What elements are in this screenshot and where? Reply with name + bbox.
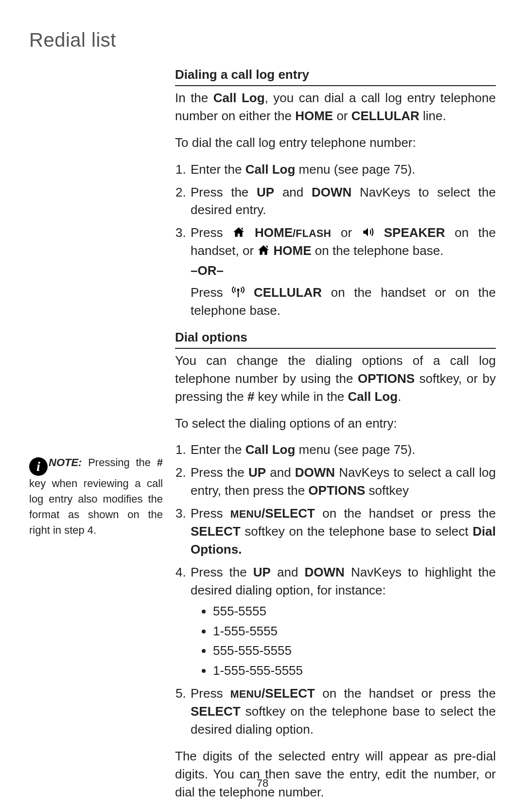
text: or: [331, 225, 362, 240]
bold-home: HOME: [270, 243, 311, 258]
bold-down: DOWN: [305, 565, 345, 579]
bold-up: UP: [253, 565, 271, 579]
section2-closing: The digits of the selected entry will ap…: [175, 747, 496, 801]
main-column: Dialing a call log entry In the Call Log…: [175, 66, 496, 810]
page-number: 78: [0, 777, 525, 790]
bold-up: UP: [248, 465, 266, 480]
note-hash: #: [157, 456, 163, 469]
bold-down: DOWN: [295, 465, 335, 480]
bold-cellular: CELLULAR: [351, 108, 420, 123]
bold-call-log: Call Log: [245, 162, 296, 177]
text: Press: [191, 686, 230, 701]
section2-step-4: Press the UP and DOWN NavKeys to highlig…: [190, 563, 496, 680]
note-text-1: Pressing the: [82, 456, 157, 469]
note-label: NOTE:: [49, 456, 82, 469]
text: Enter the: [191, 442, 245, 457]
section-heading-dialing: Dialing a call log entry: [175, 66, 496, 86]
bold-select: /SELECT: [262, 506, 315, 521]
smallcaps-menu: MENU: [230, 508, 262, 520]
section2-step-1: Enter the Call Log menu (see page 75).: [190, 441, 496, 459]
text: softkey on the telephone base to select: [241, 524, 473, 539]
info-icon: i: [29, 457, 48, 476]
dial-option: 555-555-5555: [213, 642, 496, 660]
home-icon: [257, 244, 270, 256]
or-separator: –OR–: [191, 262, 496, 280]
section2-steps: Enter the Call Log menu (see page 75). P…: [175, 441, 496, 739]
bold-home: HOME: [245, 225, 293, 240]
content-columns: iNOTE: Pressing the # key when reviewing…: [29, 66, 496, 810]
text: Press the: [191, 185, 257, 199]
bold-select: SELECT: [191, 524, 241, 539]
text: on the telephone base.: [312, 243, 444, 258]
text: Press: [191, 225, 232, 240]
section1-steps: Enter the Call Log menu (see page 75). P…: [175, 161, 496, 320]
bold-select: SELECT: [191, 704, 241, 719]
text: .: [398, 389, 401, 404]
section1-intro: In the Call Log, you can dial a call log…: [175, 89, 496, 125]
text: line.: [420, 108, 446, 123]
text: on the handset or press the: [315, 506, 496, 521]
text: Press the: [191, 465, 248, 480]
page: Redial list iNOTE: Pressing the # key wh…: [0, 0, 525, 812]
bold-hash: #: [247, 389, 254, 404]
bold-call-log: Call Log: [213, 90, 265, 105]
svg-point-0: [237, 289, 240, 291]
section1-lead: To dial the call log entry telephone num…: [175, 134, 496, 152]
section2-step-5: Press MENU/SELECT on the handset or pres…: [190, 685, 496, 739]
text: menu (see page 75).: [295, 442, 415, 457]
text: softkey: [365, 483, 409, 498]
section2-lead: To select the dialing options of an entr…: [175, 415, 496, 433]
section1-step-1: Enter the Call Log menu (see page 75).: [190, 161, 496, 179]
text: and: [271, 565, 305, 579]
dial-option: 1-555-5555: [213, 622, 496, 640]
bold-options: OPTIONS: [358, 371, 415, 386]
bold-home: HOME: [295, 108, 333, 123]
home-icon: [232, 226, 245, 238]
bold-down: DOWN: [312, 185, 351, 199]
bold-up: UP: [257, 185, 274, 199]
smallcaps-menu: MENU: [230, 688, 262, 700]
text: menu (see page 75).: [295, 162, 415, 177]
text: Press: [191, 506, 230, 521]
text: key while in the: [254, 389, 348, 404]
smallcaps-flash: /FLASH: [293, 228, 331, 239]
section-heading-dial-options: Dial options: [175, 328, 496, 349]
bold-call-log: Call Log: [348, 389, 398, 404]
dial-option: 1-555-555-5555: [213, 662, 496, 680]
text: In the: [175, 90, 213, 105]
bold-speaker: SPEAKER: [374, 225, 445, 240]
section1-step-2: Press the UP and DOWN NavKeys to select …: [190, 183, 496, 219]
section1-step-3: Press HOME/FLASH or SPEAKER on the hands…: [190, 224, 496, 320]
text: Press the: [191, 565, 253, 579]
sidebar: iNOTE: Pressing the # key when reviewing…: [29, 66, 175, 538]
text: and: [274, 185, 312, 199]
speaker-icon: [362, 226, 374, 238]
section2-intro: You can change the dialing options of a …: [175, 352, 496, 406]
section2-step-3: Press MENU/SELECT on the handset or pres…: [190, 505, 496, 559]
text: and: [266, 465, 295, 480]
dial-option: 555-5555: [213, 602, 496, 620]
dial-format-options: 555-5555 1-555-5555 555-555-5555 1-555-5…: [191, 602, 496, 680]
bold-select: /SELECT: [262, 686, 315, 701]
margin-note: iNOTE: Pressing the # key when reviewing…: [29, 455, 163, 538]
bold-cellular: CELLULAR: [245, 285, 322, 300]
bold-options: OPTIONS: [308, 483, 365, 498]
note-text-2: key when reviewing a call log entry also…: [29, 477, 163, 536]
text: on the handset or press the: [315, 686, 496, 701]
page-title: Redial list: [29, 29, 496, 51]
cellular-icon: [232, 286, 245, 298]
text: Enter the: [191, 162, 245, 177]
text: or: [333, 108, 351, 123]
text: Press: [191, 285, 232, 300]
section2-step-2: Press the UP and DOWN NavKeys to select …: [190, 464, 496, 500]
bold-call-log: Call Log: [245, 442, 296, 457]
